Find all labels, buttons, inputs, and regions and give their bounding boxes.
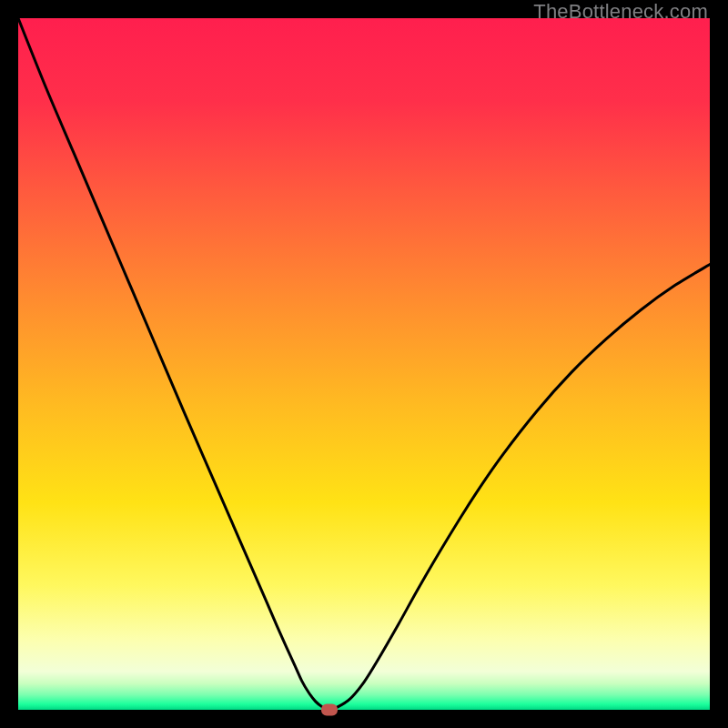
optimal-marker [321,704,338,716]
chart-frame [18,18,710,710]
gradient-background [18,18,710,710]
watermark-text: TheBottleneck.com [533,0,708,24]
bottleneck-chart [18,18,710,710]
